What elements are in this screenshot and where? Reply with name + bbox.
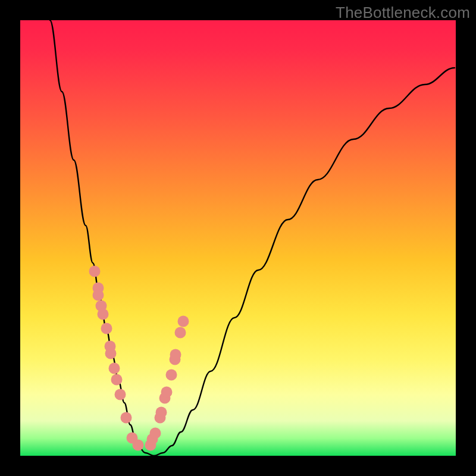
watermark-text: TheBottleneck.com [336, 4, 470, 22]
marker-dot [170, 349, 181, 361]
marker-dot [178, 316, 189, 327]
marker-dot [121, 412, 132, 424]
marker-dot [161, 387, 173, 398]
chart-frame: TheBottleneck.com [0, 0, 476, 476]
marker-dot [105, 348, 117, 359]
marker-dot [89, 266, 101, 277]
marker-dot [109, 363, 120, 374]
plot-area [20, 20, 456, 456]
marker-group [89, 266, 189, 451]
marker-dot [166, 369, 177, 381]
bottleneck-curve [50, 20, 455, 456]
marker-dot [133, 440, 144, 451]
marker-dot [111, 374, 123, 386]
marker-dot [115, 389, 126, 400]
marker-dot [93, 290, 104, 301]
marker-dot [175, 327, 186, 339]
marker-dot [101, 323, 112, 334]
marker-dot [150, 428, 161, 439]
marker-dot [156, 407, 167, 418]
marker-dot [98, 309, 109, 320]
chart-svg [20, 20, 456, 456]
